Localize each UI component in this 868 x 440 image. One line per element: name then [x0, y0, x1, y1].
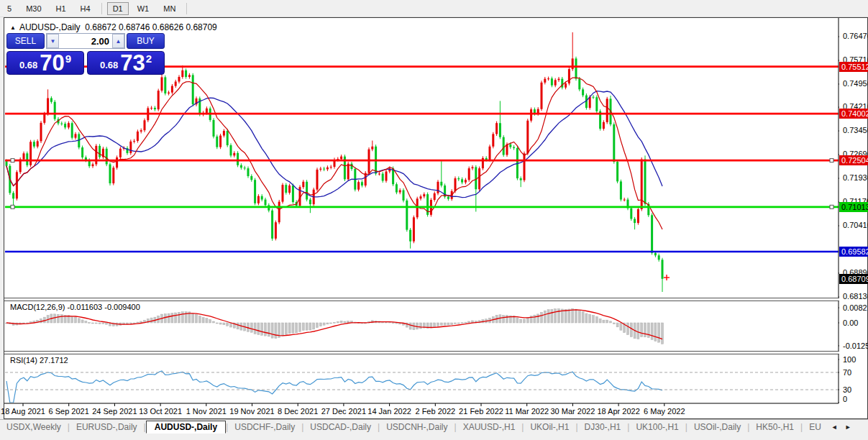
buy-price-pip: 2: [146, 52, 152, 65]
buy-price-big: 73: [120, 52, 145, 73]
macd-axis-label: 0.00: [843, 318, 858, 327]
chart-ohlc-values: 0.68672 0.68746 0.68626 0.68709: [85, 22, 217, 32]
chart-title: ▲AUDUSD-,Daily 0.68672 0.68746 0.68626 0…: [10, 22, 217, 32]
price-tick-label: 0.73450: [843, 126, 868, 134]
chart-tab-eurusd-daily[interactable]: EURUSD-,Daily: [70, 421, 144, 433]
chart-tab-ukoil-h1[interactable]: UKOil-,H1: [524, 421, 575, 433]
chart-tab-uk100-h1[interactable]: UK100-,H1: [629, 421, 685, 433]
one-click-trading-panel: SELL ▼ ▲ BUY 0.68709 0.68732: [6, 33, 165, 76]
sell-button[interactable]: SELL: [6, 33, 45, 49]
price-axis[interactable]: 0.764700.757100.749500.742100.734500.726…: [839, 18, 867, 403]
volume-increase-button[interactable]: ▲: [112, 34, 124, 48]
rsi-axis-label: 100: [843, 355, 856, 364]
chart-tab-usdcad-daily[interactable]: USDCAD-,Daily: [303, 421, 378, 433]
timeframe-toolbar: 5M30H1H4D1W1MN: [0, 0, 868, 17]
mt4-terminal-window: 5M30H1H4D1W1MN ▲AUDUSD-,Daily 0.68672 0.…: [0, 0, 868, 440]
toolbar-separator: [186, 3, 187, 14]
timeframe-button-h4[interactable]: H4: [75, 2, 96, 15]
rsi-axis-label: 0: [843, 395, 847, 403]
hline-price-label: 0.75512: [839, 62, 868, 72]
price-tick-label: 0.68130: [843, 292, 868, 301]
hline-price-label: 0.72504: [839, 155, 868, 165]
price-tick-label: 0.71930: [843, 173, 868, 182]
buy-price-prefix: 0.68: [100, 60, 118, 70]
volume-input[interactable]: [59, 34, 112, 48]
price-tick-label: 0.70410: [843, 221, 868, 229]
collapse-triangle-icon: ▲: [10, 24, 16, 31]
current-price-label: 0.68709: [839, 274, 868, 284]
buy-price-display[interactable]: 0.68732: [87, 51, 165, 75]
tab-scroll-left-icon[interactable]: ◄: [828, 423, 841, 431]
macd-indicator-label: MACD(12,26,9) -0.011603 -0.009400: [10, 303, 140, 311]
chart-tab-usdcnh-daily[interactable]: USDCNH-,Daily: [380, 421, 454, 433]
rsi-axis-label: 70: [843, 368, 851, 377]
chart-tab-audusd-daily[interactable]: AUDUSD-,Daily: [146, 421, 226, 434]
chart-symbol-label: AUDUSD-,Daily: [19, 22, 81, 32]
chart-tab-dj30-h1[interactable]: DJ30-,H1: [578, 421, 628, 433]
status-strip: [0, 434, 868, 440]
chart-window: ▲AUDUSD-,Daily 0.68672 0.68746 0.68626 0…: [4, 17, 868, 419]
rsi-indicator-label: RSI(14) 27.1712: [10, 356, 68, 365]
hline-price-label: 0.69582: [839, 247, 868, 257]
price-tick-label: 0.74950: [843, 79, 868, 88]
sell-price-pip: 9: [65, 52, 71, 65]
chart-tab-usdx-weekly[interactable]: USDX,Weekly: [0, 421, 68, 433]
tab-scroll-right-icon[interactable]: ►: [841, 423, 855, 431]
sell-price-display[interactable]: 0.68709: [6, 51, 84, 75]
chart-tab-eu[interactable]: EU: [803, 421, 828, 433]
timeframe-button-mn[interactable]: MN: [157, 2, 181, 15]
buy-button[interactable]: BUY: [127, 33, 165, 49]
price-tick-label: 0.76470: [843, 32, 868, 40]
toolbar-separator: [101, 3, 102, 14]
chart-canvas[interactable]: [4, 18, 867, 418]
triangle-up-icon: ▲: [116, 38, 122, 45]
timeframe-button-w1[interactable]: W1: [132, 2, 155, 15]
pane-splitter-rsi[interactable]: [4, 351, 867, 354]
triangle-down-icon: ▼: [50, 38, 56, 45]
macd-axis-label: -0.01254: [843, 342, 868, 350]
chart-tab-hk50-h1[interactable]: HK50-,H1: [749, 421, 800, 433]
chart-tab-bar: USDX,Weekly|EURUSD-,Daily|AUDUSD-,Daily|…: [0, 419, 868, 434]
volume-decrease-button[interactable]: ▼: [47, 34, 59, 48]
timeframe-button-5[interactable]: 5: [1, 2, 17, 15]
chart-tab-xauusd-h1[interactable]: XAUUSD-,H1: [457, 421, 522, 433]
hline-price-label: 0.71013: [839, 202, 868, 212]
pane-splitter-macd[interactable]: [4, 298, 867, 301]
volume-stepper: ▼ ▲: [46, 33, 125, 49]
chart-tab-usdchf-daily[interactable]: USDCHF-,Daily: [228, 421, 301, 433]
sell-price-big: 70: [40, 52, 64, 73]
chart-tab-usoil-daily[interactable]: USOil-,Daily: [687, 421, 747, 433]
timeframe-button-d1[interactable]: D1: [107, 2, 129, 15]
timeframe-button-h1[interactable]: H1: [50, 2, 72, 15]
rsi-axis-label: 30: [843, 385, 851, 394]
macd-axis-label: 0.008217: [843, 303, 868, 312]
hline-price-label: 0.74002: [839, 109, 868, 119]
timeframe-button-m30[interactable]: M30: [20, 2, 47, 15]
sell-price-prefix: 0.68: [19, 60, 37, 70]
